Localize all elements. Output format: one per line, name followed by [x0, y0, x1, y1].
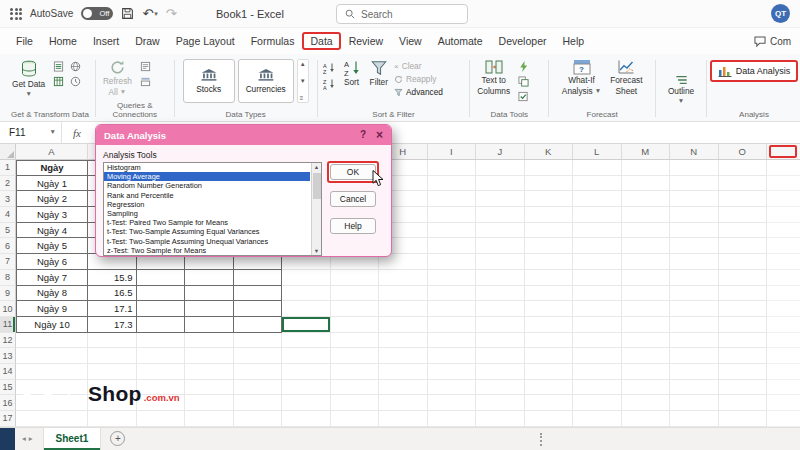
scroll-down-icon[interactable]: ▼ [300, 78, 306, 84]
cell-G13[interactable] [331, 348, 380, 364]
analysis-tool-item[interactable]: Regression [104, 200, 310, 209]
cell-K3[interactable] [525, 191, 574, 207]
cell-M3[interactable] [622, 191, 671, 207]
cell-B8[interactable]: 15.9 [88, 270, 137, 286]
column-header-J[interactable]: J [476, 144, 525, 159]
cell-A2[interactable]: Ngày 1 [16, 176, 88, 192]
row-header-7[interactable]: 7 [0, 254, 16, 270]
cell-K7[interactable] [525, 254, 574, 270]
column-header-K[interactable]: K [525, 144, 574, 159]
cell-F15[interactable] [282, 380, 331, 396]
cell-N17[interactable] [670, 411, 719, 427]
cell-F8[interactable] [282, 270, 331, 286]
tab-help[interactable]: Help [554, 32, 592, 50]
cell-A11[interactable]: Ngày 10 [16, 317, 88, 333]
cell-B17[interactable] [88, 411, 137, 427]
cell-I14[interactable] [428, 364, 477, 380]
tab-developer[interactable]: Developer [491, 32, 555, 50]
cell-B13[interactable] [88, 348, 137, 364]
sort-descending-button[interactable]: ZA [322, 77, 337, 90]
column-header-I[interactable]: I [428, 144, 477, 159]
cell-I17[interactable] [428, 411, 477, 427]
cell-D10[interactable] [185, 301, 234, 317]
sheet-prev-icon[interactable]: ◂ [22, 434, 29, 443]
cell-I2[interactable] [428, 176, 477, 192]
cell-I9[interactable] [428, 286, 477, 302]
from-web-button[interactable] [68, 60, 83, 73]
cell-C9[interactable] [137, 286, 186, 302]
row-header-13[interactable]: 13 [0, 348, 16, 364]
cell-M5[interactable] [622, 223, 671, 239]
cell-J12[interactable] [476, 333, 525, 349]
cell-A17[interactable] [16, 411, 88, 427]
cell-D13[interactable] [185, 348, 234, 364]
row-header-4[interactable]: 4 [0, 207, 16, 223]
cell-O10[interactable] [719, 301, 768, 317]
cell-J13[interactable] [476, 348, 525, 364]
cell-A3[interactable]: Ngày 2 [16, 191, 88, 207]
cell-L14[interactable] [573, 364, 622, 380]
advanced-filter-button[interactable]: Advanced [394, 87, 443, 97]
row-header-17[interactable]: 17 [0, 411, 16, 427]
recent-sources-button[interactable] [68, 75, 83, 88]
cell-L10[interactable] [573, 301, 622, 317]
cell-F11[interactable] [282, 317, 331, 333]
insert-function-button[interactable]: fx [62, 122, 92, 143]
cell-K10[interactable] [525, 301, 574, 317]
cell-L11[interactable] [573, 317, 622, 333]
scroll-up-icon[interactable]: ▲ [300, 61, 306, 67]
cell-C17[interactable] [137, 411, 186, 427]
cell-O13[interactable] [719, 348, 768, 364]
cell-J7[interactable] [476, 254, 525, 270]
cell-H10[interactable] [379, 301, 428, 317]
cell-N8[interactable] [670, 270, 719, 286]
cell-N5[interactable] [670, 223, 719, 239]
flash-fill-button[interactable] [516, 60, 531, 73]
cell-G9[interactable] [331, 286, 380, 302]
cell-K9[interactable] [525, 286, 574, 302]
cell-J16[interactable] [476, 395, 525, 411]
cell-D15[interactable] [185, 380, 234, 396]
analysis-tool-item[interactable]: t-Test: Two-Sample Assuming Equal Varian… [104, 227, 310, 236]
cell-L17[interactable] [573, 411, 622, 427]
row-header-11[interactable]: 11 [0, 317, 16, 333]
row-header-2[interactable]: 2 [0, 176, 16, 192]
cell-L12[interactable] [573, 333, 622, 349]
scroll-up-icon[interactable]: ▲ [314, 163, 319, 171]
cell-J17[interactable] [476, 411, 525, 427]
analysis-tool-item[interactable]: Moving Average [104, 172, 310, 181]
cell-J4[interactable] [476, 207, 525, 223]
cell-N15[interactable] [670, 380, 719, 396]
cell-H8[interactable] [379, 270, 428, 286]
cell-F14[interactable] [282, 364, 331, 380]
cell-O3[interactable] [719, 191, 768, 207]
cell-E15[interactable] [234, 380, 283, 396]
sort-button[interactable]: AZ Sort [340, 57, 364, 90]
cell-N9[interactable] [670, 286, 719, 302]
cell-I15[interactable] [428, 380, 477, 396]
data-validation-button[interactable] [516, 90, 531, 103]
cell-L3[interactable] [573, 191, 622, 207]
what-if-analysis-button[interactable]: ? What-If Analysis▼ [559, 57, 604, 98]
cell-J2[interactable] [476, 176, 525, 192]
search-box[interactable]: Search [336, 4, 468, 24]
properties-button[interactable] [138, 75, 153, 88]
cell-O15[interactable] [719, 380, 768, 396]
cell-M17[interactable] [622, 411, 671, 427]
tab-data[interactable]: Data [302, 32, 340, 50]
cell-F12[interactable] [282, 333, 331, 349]
cell-K2[interactable] [525, 176, 574, 192]
cell-K12[interactable] [525, 333, 574, 349]
cell-M7[interactable] [622, 254, 671, 270]
cell-L16[interactable] [573, 395, 622, 411]
row-header-5[interactable]: 5 [0, 223, 16, 239]
cell-I13[interactable] [428, 348, 477, 364]
ok-button[interactable]: OK [330, 164, 376, 180]
cell-M9[interactable] [622, 286, 671, 302]
cell-I1[interactable] [428, 160, 477, 176]
cell-K6[interactable] [525, 238, 574, 254]
cell-A9[interactable]: Ngày 8 [16, 286, 88, 302]
cell-F9[interactable] [282, 286, 331, 302]
cell-B9[interactable]: 16.5 [88, 286, 137, 302]
scrollbar-thumb[interactable] [313, 173, 321, 199]
